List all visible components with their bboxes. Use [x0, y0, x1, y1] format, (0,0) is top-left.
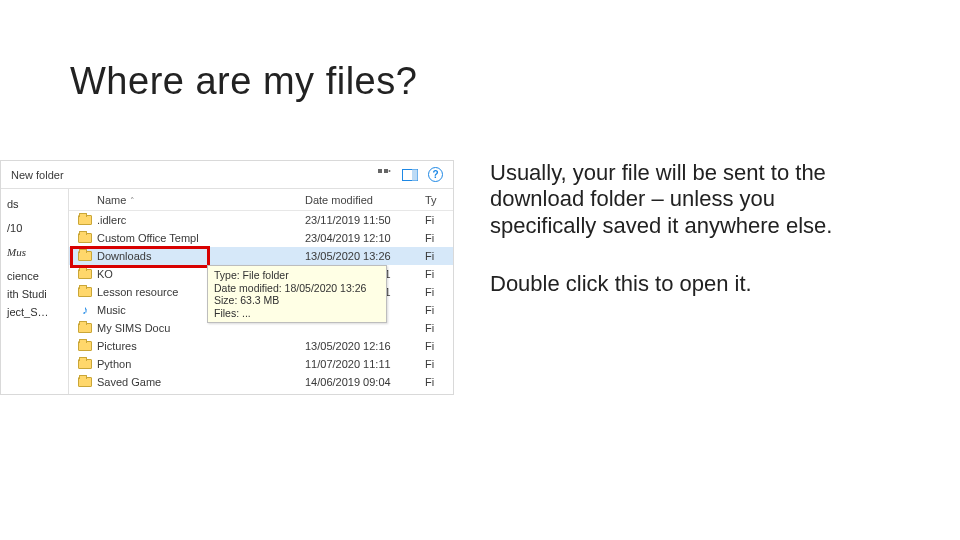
folder-icon: [77, 267, 93, 281]
table-row[interactable]: Custom Office Templ23/04/2019 12:10Fi: [69, 229, 453, 247]
nav-pane: ds /10 Mus cience ith Studi ject_S…: [1, 189, 69, 394]
file-type: Fi: [425, 322, 453, 334]
file-type: Fi: [425, 340, 453, 352]
table-row[interactable]: Downloads13/05/2020 13:26Fi: [69, 247, 453, 265]
file-date: 13/05/2020 12:16: [305, 340, 425, 352]
file-date: 23/04/2019 12:10: [305, 232, 425, 244]
nav-item[interactable]: /10: [5, 219, 64, 237]
svg-rect-4: [412, 169, 418, 180]
file-type: Fi: [425, 358, 453, 370]
file-date: 14/06/2019 09:04: [305, 376, 425, 388]
file-name: .idlerc: [97, 214, 305, 226]
nav-item[interactable]: ds: [5, 195, 64, 213]
file-name: Downloads: [97, 250, 305, 262]
folder-icon: [77, 357, 93, 371]
folder-icon: [77, 249, 93, 263]
file-date: 13/05/2020 13:26: [305, 250, 425, 262]
tooltip-line: Date modified: 18/05/2020 13:26: [214, 282, 380, 295]
table-row[interactable]: Pictures13/05/2020 12:16Fi: [69, 337, 453, 355]
file-name: My SIMS Docu: [97, 322, 305, 334]
folder-icon: [77, 285, 93, 299]
nav-item[interactable]: ject_S…: [5, 303, 64, 321]
table-row[interactable]: Python11/07/2020 11:11Fi: [69, 355, 453, 373]
folder-icon: [77, 375, 93, 389]
table-row[interactable]: Saved Game14/06/2019 09:04Fi: [69, 373, 453, 391]
nav-item[interactable]: ith Studi: [5, 285, 64, 303]
file-explorer-window: New folder ? ds /10 Mus cience: [0, 160, 454, 395]
col-name-header[interactable]: Name: [97, 194, 126, 206]
table-row[interactable]: .idlerc23/11/2019 11:50Fi: [69, 211, 453, 229]
file-type: Fi: [425, 268, 453, 280]
folder-icon: [77, 231, 93, 245]
column-headers[interactable]: Name˄ Date modified Ty: [69, 189, 453, 211]
music-icon: ♪: [77, 303, 93, 317]
file-type: Fi: [425, 214, 453, 226]
help-icon[interactable]: ?: [428, 167, 443, 182]
file-name: Pictures: [97, 340, 305, 352]
svg-point-2: [389, 170, 391, 172]
new-folder-button[interactable]: New folder: [11, 169, 64, 181]
file-type: Fi: [425, 376, 453, 388]
page-title: Where are my files?: [70, 60, 417, 103]
view-options-icon[interactable]: [376, 167, 392, 183]
folder-icon: [77, 321, 93, 335]
nav-item[interactable]: cience: [5, 267, 64, 285]
explorer-toolbar: New folder ?: [1, 161, 453, 189]
tooltip-line: Type: File folder: [214, 269, 380, 282]
instruction-paragraph-2: Double click this to open it.: [490, 271, 870, 297]
nav-item[interactable]: Mus: [5, 243, 64, 261]
svg-rect-1: [384, 169, 388, 173]
preview-pane-icon[interactable]: [402, 167, 418, 183]
instructions-block: Usually, your file will be sent to the d…: [490, 160, 870, 330]
file-list-pane: Name˄ Date modified Ty .idlerc23/11/2019…: [69, 189, 453, 394]
file-date: 23/11/2019 11:50: [305, 214, 425, 226]
sort-chevron-icon: ˄: [130, 196, 135, 206]
folder-tooltip: Type: File folder Date modified: 18/05/2…: [207, 265, 387, 323]
file-name: Saved Game: [97, 376, 305, 388]
file-name: Python: [97, 358, 305, 370]
instruction-paragraph-1: Usually, your file will be sent to the d…: [490, 160, 870, 239]
tooltip-line: Files: ...: [214, 307, 380, 320]
file-date: 11/07/2020 11:11: [305, 358, 425, 370]
folder-icon: [77, 213, 93, 227]
file-type: Fi: [425, 286, 453, 298]
col-type-header[interactable]: Ty: [425, 194, 453, 206]
file-type: Fi: [425, 304, 453, 316]
file-name: Custom Office Templ: [97, 232, 305, 244]
svg-rect-0: [378, 169, 382, 173]
tooltip-line: Size: 63.3 MB: [214, 294, 380, 307]
file-type: Fi: [425, 250, 453, 262]
file-type: Fi: [425, 232, 453, 244]
col-date-header[interactable]: Date modified: [305, 194, 425, 206]
folder-icon: [77, 339, 93, 353]
